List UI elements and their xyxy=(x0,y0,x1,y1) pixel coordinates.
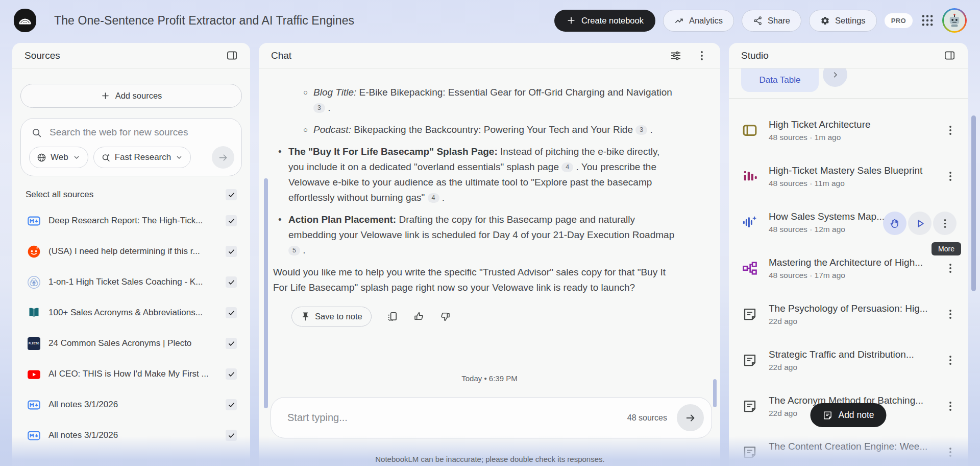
source-title: All notes 3/1/2026 xyxy=(48,430,218,440)
studio-item[interactable]: High-Ticket Mastery Sales Blueprint48 so… xyxy=(729,165,968,211)
check-icon xyxy=(228,278,235,286)
studio-item-title: High-Ticket Mastery Sales Blueprint xyxy=(769,165,944,176)
collapse-panel-icon[interactable] xyxy=(226,50,238,61)
select-all-checkbox[interactable] xyxy=(226,189,237,200)
chat-settings-icon[interactable] xyxy=(670,50,682,62)
studio-item-more-icon[interactable] xyxy=(944,262,957,274)
check-icon xyxy=(228,401,235,409)
create-notebook-button[interactable]: Create notebook xyxy=(554,10,655,32)
add-sources-button[interactable]: Add sources xyxy=(20,84,242,108)
studio-item[interactable]: High Ticket Architecture48 sources · 1m … xyxy=(729,119,968,165)
share-button[interactable]: Share xyxy=(742,10,801,32)
studio-item-more-icon[interactable] xyxy=(944,124,957,136)
source-checkbox[interactable] xyxy=(226,338,237,349)
markdown-icon xyxy=(27,398,41,412)
source-row[interactable]: All notes 3/1/2026 xyxy=(12,389,250,420)
research-mode-dropdown[interactable]: Fast Research xyxy=(93,147,191,168)
source-checkbox[interactable] xyxy=(226,399,237,410)
studio-item-title: The Content Creation Engine: Wee... xyxy=(769,441,944,452)
source-checkbox[interactable] xyxy=(226,276,237,288)
waveform-icon xyxy=(742,215,757,230)
send-button[interactable] xyxy=(677,404,704,431)
source-row[interactable]: (USA) I need help determining if this r.… xyxy=(12,236,250,267)
kebab-icon xyxy=(944,262,957,274)
citation-chip[interactable]: 3 xyxy=(313,103,325,113)
source-checkbox[interactable] xyxy=(226,307,237,318)
check-icon xyxy=(228,309,235,317)
studio-item-more-icon[interactable] xyxy=(944,308,957,320)
add-note-button[interactable]: Add note xyxy=(810,403,886,427)
scroll-chips-right-button[interactable] xyxy=(823,68,847,87)
source-row[interactable]: 100+ Sales Acronyms & Abbreviations... xyxy=(12,297,250,328)
kebab-icon xyxy=(944,170,957,182)
sources-scrollbar[interactable] xyxy=(264,178,268,408)
reddit-icon xyxy=(27,245,41,259)
play-button[interactable] xyxy=(908,212,932,235)
flashcards-icon xyxy=(742,123,757,138)
data-table-chip[interactable]: Data Table xyxy=(741,68,819,92)
bullet-marker: ○ xyxy=(303,122,308,137)
arrow-right-icon xyxy=(685,412,696,424)
citation-chip[interactable]: 3 xyxy=(635,125,647,135)
source-checkbox[interactable] xyxy=(226,215,237,226)
studio-scrollbar[interactable] xyxy=(971,115,976,291)
web-source-dropdown[interactable]: Web xyxy=(29,147,88,168)
interactive-mode-button[interactable] xyxy=(883,212,906,235)
markdown-icon xyxy=(27,214,41,228)
thumbs-up-icon[interactable] xyxy=(413,311,425,322)
plus-icon xyxy=(566,15,576,26)
settings-button[interactable]: Settings xyxy=(809,10,877,32)
check-icon xyxy=(228,217,235,225)
source-row[interactable]: PLECTO24 Common Sales Acronyms | Plecto xyxy=(12,328,250,359)
apps-grid-icon[interactable] xyxy=(920,13,935,28)
chat-input[interactable] xyxy=(286,411,627,424)
studio-item[interactable]: The Psychology of Persuasion: Hig...22d … xyxy=(729,303,968,349)
chat-timestamp: Today • 6:39 PM xyxy=(259,374,720,383)
source-checkbox[interactable] xyxy=(226,246,237,257)
check-icon xyxy=(228,370,235,378)
check-icon xyxy=(228,340,235,347)
hand-icon xyxy=(889,218,901,229)
chat-scrollbar[interactable] xyxy=(713,379,717,407)
studio-item-more-icon[interactable] xyxy=(933,212,957,235)
bullet-marker: • xyxy=(278,212,282,227)
check-icon xyxy=(228,191,235,199)
youtube-icon xyxy=(27,367,41,381)
citation-chip[interactable]: 4 xyxy=(561,162,573,172)
select-all-sources-row[interactable]: Select all sources xyxy=(26,189,237,200)
studio-item-more-icon[interactable] xyxy=(944,170,957,182)
share-icon xyxy=(753,16,763,26)
studio-item-more-icon[interactable] xyxy=(944,400,957,412)
chat-more-icon[interactable] xyxy=(696,50,708,62)
chat-panel: Chat ○Blog Title: E-Bike Bikepacking: Es… xyxy=(259,43,720,466)
collapse-panel-icon[interactable] xyxy=(944,50,955,61)
pro-badge: PRO xyxy=(885,13,913,28)
studio-item-title: The Psychology of Persuasion: Hig... xyxy=(769,303,944,314)
note-icon xyxy=(742,399,757,414)
source-row[interactable]: AI CEO: THIS is How I'd Make My First ..… xyxy=(12,359,250,389)
citation-chip[interactable]: 5 xyxy=(288,246,300,255)
analytics-button[interactable]: Analytics xyxy=(663,10,734,32)
assistant-message: ○Blog Title: E-Bike Bikepacking: Essenti… xyxy=(273,85,676,295)
chat-paragraph: Would you like me to help you write the … xyxy=(273,265,676,295)
source-checkbox[interactable] xyxy=(226,368,237,380)
source-row[interactable]: Deep Research Report: The High-Tick... xyxy=(12,205,250,236)
source-checkbox[interactable] xyxy=(226,430,237,441)
copy-icon[interactable] xyxy=(386,311,398,322)
thumbs-down-icon[interactable] xyxy=(439,311,451,322)
notebooklm-logo-icon[interactable] xyxy=(13,9,37,32)
avatar[interactable] xyxy=(942,8,967,33)
search-submit-button[interactable] xyxy=(212,146,234,169)
studio-item-more-icon[interactable] xyxy=(944,354,957,366)
pin-icon xyxy=(301,312,310,321)
source-row[interactable]: All notes 3/1/2026 xyxy=(12,420,250,451)
studio-item[interactable]: Strategic Traffic and Distribution...22d… xyxy=(729,349,968,395)
kebab-icon xyxy=(944,124,957,136)
source-row[interactable]: 1-on-1 High Ticket Sales Coaching - K... xyxy=(12,267,250,297)
studio-item[interactable]: Mastering the Architecture of High...48 … xyxy=(729,257,968,303)
citation-chip[interactable]: 4 xyxy=(428,193,439,203)
web-search-input[interactable] xyxy=(48,126,234,138)
save-to-note-button[interactable]: Save to note xyxy=(291,307,372,327)
kebab-icon xyxy=(944,354,957,366)
source-list: Deep Research Report: The High-Tick...(U… xyxy=(12,205,250,451)
